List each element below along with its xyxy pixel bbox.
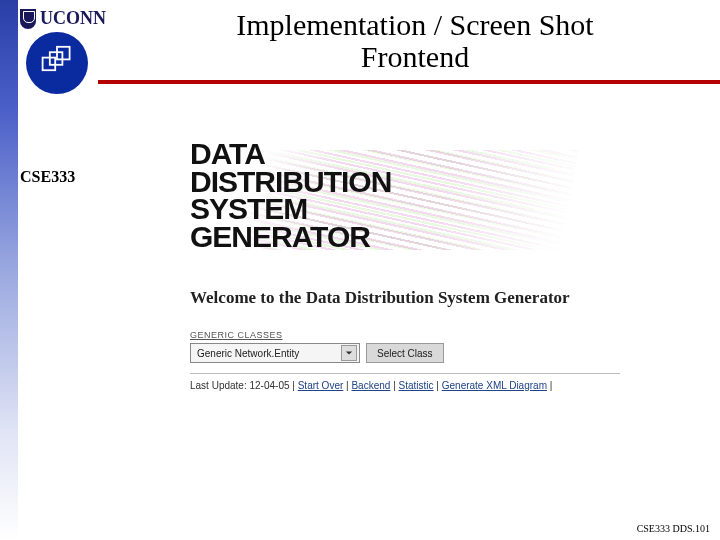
ddsg-word-system: SYSTEM <box>190 195 670 223</box>
uconn-wordmark: UCONN <box>40 8 106 29</box>
title-underline <box>98 80 720 84</box>
title-line-1: Implementation / Screen Shot <box>130 8 700 42</box>
divider <box>190 373 620 374</box>
last-update-value: 12-04-05 <box>250 380 290 391</box>
link-start-over[interactable]: Start Over <box>298 380 344 391</box>
slide-title: Implementation / Screen Shot Frontend <box>130 8 700 74</box>
link-generate-xml[interactable]: Generate XML Diagram <box>442 380 547 391</box>
generic-classes-label: GENERIC CLASSES <box>190 330 670 340</box>
ddsg-word-distribution: DISTRIBUTION <box>190 168 670 196</box>
select-value: Generic Network.Entity <box>197 348 299 359</box>
ddsg-heading: DATA DISTRIBUTION SYSTEM GENERATOR <box>190 140 670 270</box>
ddsg-word-generator: GENERATOR <box>190 223 670 251</box>
cse-emblem-icon <box>26 32 88 94</box>
select-class-button[interactable]: Select Class <box>366 343 444 363</box>
link-statistic[interactable]: Statistic <box>399 380 434 391</box>
welcome-heading: Welcome to the Data Distribution System … <box>190 288 670 308</box>
separator: | <box>550 380 553 391</box>
footer-row: Last Update: 12-04-05 | Start Over | Bac… <box>190 380 670 391</box>
title-line-2: Frontend <box>130 40 700 74</box>
uconn-logo: UCONN <box>20 8 106 29</box>
last-update-label: Last Update: <box>190 380 247 391</box>
screenshot-panel: DATA DISTRIBUTION SYSTEM GENERATOR Welco… <box>190 140 670 391</box>
course-code: CSE333 <box>20 168 75 186</box>
ddsg-word-data: DATA <box>190 140 670 168</box>
overlapping-squares-icon <box>39 45 75 81</box>
uconn-crest-icon <box>20 9 36 29</box>
slide-number: CSE333 DDS.101 <box>637 523 710 534</box>
slide-root: UCONN Implementation / Screen Shot Front… <box>0 0 720 540</box>
class-select-row: Generic Network.Entity Select Class <box>190 343 670 363</box>
left-gradient-strip <box>0 0 18 540</box>
chevron-down-icon[interactable] <box>341 345 357 361</box>
link-backend[interactable]: Backend <box>351 380 390 391</box>
generic-class-select[interactable]: Generic Network.Entity <box>190 343 360 363</box>
